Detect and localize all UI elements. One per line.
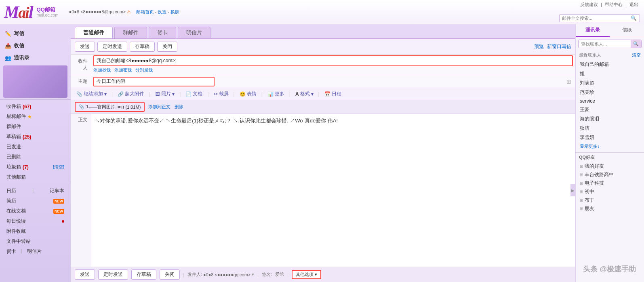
spam-item-label: 垃圾箱 (7) [6, 164, 29, 170]
search-icon[interactable]: 🔍 [631, 15, 637, 21]
format-label: 格式 [300, 90, 310, 97]
add-to-body-link[interactable]: 添加到正文 [148, 104, 170, 109]
rpanel-group-label-0: 我的好友 [585, 163, 604, 170]
close-button[interactable]: 关闭 [157, 42, 177, 52]
tab-greeting[interactable]: 贺卡 [149, 27, 176, 38]
sidebar-item-docs[interactable]: 在线文档 NEW [0, 206, 71, 216]
new-window-link[interactable]: 新窗口写信 [547, 43, 571, 50]
add-cc-link[interactable]: 添加抄送 [93, 67, 111, 73]
memo-text[interactable]: 记事本 [50, 187, 64, 194]
breadcrumb-skin[interactable]: 换肤 [170, 9, 179, 14]
sidebar-item-daily[interactable]: 每日悦读 [0, 216, 71, 226]
document-btn[interactable]: 📄 文档 [184, 90, 204, 98]
expand-handle[interactable]: ▶ [570, 184, 575, 196]
bottom-send-button[interactable]: 发送 [75, 269, 95, 280]
contacts-btn-label: 通讯录 [14, 54, 29, 61]
rpanel-show-more[interactable]: 显示更多↓ [576, 142, 644, 151]
expand-icon-3: ⊞ [580, 189, 583, 194]
rpanel-group-1[interactable]: ⊞ 丰台铁路高中 [576, 170, 644, 179]
search-bar: 🔍 [559, 14, 640, 22]
super-attach-btn[interactable]: 🔗 超大附件 [116, 90, 146, 98]
tab-postcard[interactable]: 明信片 [178, 27, 210, 38]
rpanel-group-2[interactable]: ⊞ 电子科技 [576, 179, 644, 187]
bottom-scheduled-button[interactable]: 定时发送 [98, 269, 128, 280]
remove-attachment-link[interactable]: 删除 [175, 104, 183, 109]
sidebar-btn-compose[interactable]: ✏️ 写信 [0, 27, 71, 40]
sender-dropdown-icon[interactable]: ▾ [252, 272, 254, 277]
rpanel-group-4[interactable]: ⊞ 布丁 [576, 196, 644, 204]
format-btn[interactable]: A 格式 ▾ [294, 90, 315, 98]
sidebar-item-sent[interactable]: 已发送 [0, 142, 71, 152]
rpanel-contact-7[interactable]: 狄洁 [576, 124, 644, 133]
separate-send-link[interactable]: 分别发送 [135, 67, 153, 73]
sidebar-item-resume[interactable]: 简历 NEW [0, 196, 71, 206]
sidebar-item-starred[interactable]: 星标邮件 ★ [0, 112, 71, 122]
logo-qq-text: QQ邮箱 [37, 6, 59, 13]
sent-text: 已发送 [6, 143, 21, 150]
tab-normal[interactable]: 普通邮件 [75, 27, 113, 38]
sidebar-btn-contacts[interactable]: 👥 通讯录 [0, 52, 71, 64]
sidebar-item-group[interactable]: 群邮件 [0, 122, 71, 132]
bottom-draft-button[interactable]: 存草稿 [131, 269, 156, 280]
sidebar-item-draft[interactable]: 草稿箱 (25) [0, 132, 71, 142]
rpanel-tab-stationery[interactable]: 信纸 [610, 24, 644, 37]
link-feedback[interactable]: 反馈建议 [580, 2, 598, 7]
screenshot-btn[interactable]: ✂ 截屏 [212, 90, 230, 98]
emoji-btn[interactable]: 😊 表情 [238, 90, 258, 98]
expand-icon-5: ⊞ [580, 206, 583, 211]
recipient-input[interactable]: 我自己的邮箱<8●●●●●●8@qq.com>; [93, 55, 573, 66]
continue-add-btn[interactable]: 📎 继续添加 ▾ [75, 90, 108, 98]
spam-clear[interactable]: [清空] [53, 164, 64, 170]
top-links: 反馈建议 | 帮助中心 | 退出 [579, 2, 640, 8]
rpanel-contact-3[interactable]: 范美珍 [576, 88, 644, 97]
more-btn[interactable]: 📊 更多 [266, 90, 286, 98]
rpanel-search-button[interactable]: 🔍 [631, 40, 641, 48]
sidebar-btn-inbox[interactable]: 📥 收信 [0, 40, 71, 52]
photo-btn[interactable]: 🖼 照片 ▾ [154, 90, 176, 98]
link-help[interactable]: 帮助中心 [605, 2, 623, 7]
rpanel-group-0[interactable]: ⊞ 我的好友 [576, 162, 644, 170]
rpanel-contact-5[interactable]: 王豪 [576, 105, 644, 114]
watermark: 头条 @极速手助 [583, 264, 636, 274]
sidebar-item-attachment[interactable]: 附件收藏 [0, 226, 71, 236]
dropdown-arrow-icon: ▾ [104, 91, 107, 97]
sidebar-item-inbox[interactable]: 收件箱 (67) [0, 101, 71, 112]
breadcrumb-home[interactable]: 邮箱首页 [136, 9, 154, 14]
rpanel-contact-4[interactable]: service [576, 97, 644, 105]
emoji-label: 表情 [247, 90, 257, 97]
sidebar-item-calendar[interactable]: 日历 丨 记事本 [0, 186, 71, 196]
sidebar-item-other[interactable]: 其他邮箱 [0, 172, 71, 182]
attachment-name: 1——官网图片.png [86, 104, 124, 110]
rpanel-group-3[interactable]: ⊞ 初中 [576, 187, 644, 196]
rpanel-search-input[interactable] [579, 40, 631, 48]
subject-input[interactable] [93, 77, 215, 86]
rpanel-contact-0[interactable]: 我自己的邮箱 [576, 60, 644, 69]
sidebar-item-transfer[interactable]: 文件中转站 [0, 236, 71, 246]
bottom-close-button[interactable]: 关闭 [160, 269, 180, 280]
save-draft-button[interactable]: 存草稿 [130, 42, 155, 52]
link-exit[interactable]: 退出 [629, 2, 638, 7]
rpanel-group-5[interactable]: ⊞ 朋友 [576, 204, 644, 213]
scheduled-send-button[interactable]: 定时发送 [97, 42, 127, 52]
other-options-button[interactable]: 其他选项 ▾ [292, 270, 321, 279]
sidebar-item-spam[interactable]: 垃圾箱 (7) [清空] [0, 162, 71, 172]
search-input[interactable] [562, 16, 631, 21]
rpanel-tab-contacts[interactable]: 通讯录 [576, 24, 610, 37]
rpanel-contact-6[interactable]: 海的眼泪 [576, 114, 644, 124]
rpanel-contact-8[interactable]: 李雪妍 [576, 133, 644, 142]
tab-group[interactable]: 群邮件 [114, 27, 147, 38]
body-textarea[interactable]: ↘对你的承诺,爱你永远不变↙ ↖生命最后(1)秒还是メち;？ ↘.认识你此生都会… [91, 114, 575, 267]
document-icon: 📄 [185, 91, 192, 97]
rpanel-clear-button[interactable]: 清空 [632, 52, 641, 58]
send-button[interactable]: 发送 [75, 42, 95, 52]
grid-icon: ⊞ [566, 78, 575, 85]
schedule-btn[interactable]: 📅 日程 [323, 90, 343, 98]
breadcrumb-settings[interactable]: 设置 [158, 9, 166, 14]
sidebar-item-deleted[interactable]: 已删除 [0, 152, 71, 162]
add-bcc-link[interactable]: 添加密送 [114, 67, 132, 73]
sidebar-item-postcard[interactable]: 贺卡 丨 明信片 [0, 246, 71, 257]
rpanel-contact-1[interactable]: 姐 [576, 69, 644, 78]
draft-text: 草稿箱 [6, 133, 21, 140]
preview-link[interactable]: 预览 [534, 43, 544, 50]
rpanel-contact-2[interactable]: 刘满超 [576, 78, 644, 88]
